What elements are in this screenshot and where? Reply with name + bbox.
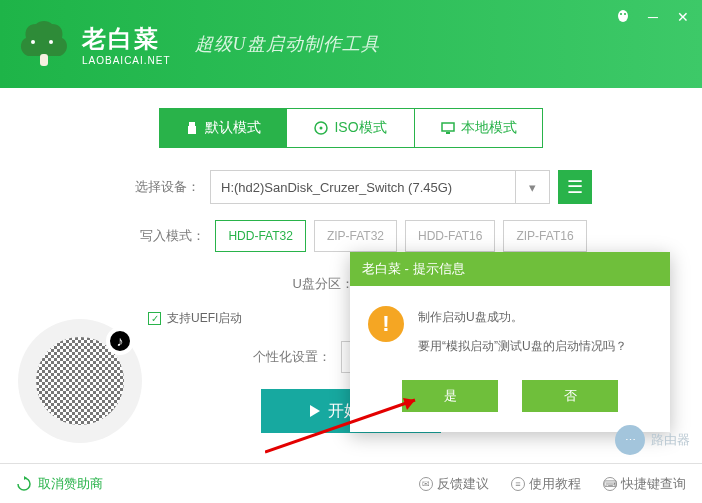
usb-icon	[185, 121, 199, 135]
footer-tutorial-link[interactable]: ≡ 使用教程	[511, 475, 581, 493]
confirm-dialog: 老白菜 - 提示信息 ! 制作启动U盘成功。 要用“模拟启动”测试U盘的启动情况…	[350, 252, 670, 432]
dialog-title: 老白菜 - 提示信息	[350, 252, 670, 286]
svg-point-9	[320, 127, 323, 130]
dialog-yes-button[interactable]: 是	[402, 380, 498, 412]
watermark: ⋯ 路由器	[615, 425, 690, 455]
dialog-no-button[interactable]: 否	[522, 380, 618, 412]
write-mode-label: 写入模式：	[115, 227, 205, 245]
device-value: H:(hd2)SanDisk_Cruzer_Switch (7.45G)	[211, 180, 515, 195]
svg-rect-11	[446, 132, 450, 134]
footer-link-label: 快捷键查询	[621, 475, 686, 493]
dialog-message-1: 制作启动U盘成功。	[418, 306, 627, 329]
svg-rect-10	[442, 123, 454, 131]
svg-rect-6	[189, 122, 195, 126]
slogan-text: 超级U盘启动制作工具	[195, 32, 380, 56]
douyin-icon: ♪	[106, 327, 134, 355]
svg-rect-7	[188, 126, 196, 134]
close-button[interactable]: ✕	[674, 8, 692, 26]
refresh-icon	[16, 476, 32, 492]
brand-name-en: LAOBAICAI.NET	[82, 55, 171, 66]
play-icon	[310, 405, 320, 417]
svg-point-5	[624, 13, 626, 15]
svg-point-4	[620, 13, 622, 15]
brand-logo-icon	[16, 16, 72, 72]
uefi-checkbox[interactable]: ✓	[148, 312, 161, 325]
keyboard-icon: ⌨	[603, 477, 617, 491]
monitor-icon	[441, 121, 455, 135]
warning-icon: !	[368, 306, 404, 342]
minimize-button[interactable]: ─	[644, 8, 662, 26]
tab-iso-mode[interactable]: ISO模式	[287, 108, 415, 148]
tab-label: ISO模式	[334, 119, 386, 137]
write-option-zip-fat16[interactable]: ZIP-FAT16	[503, 220, 586, 252]
personal-label: 个性化设置：	[241, 348, 331, 366]
partition-label: U盘分区：	[264, 275, 354, 293]
write-option-hdd-fat16[interactable]: HDD-FAT16	[405, 220, 495, 252]
tab-label: 默认模式	[205, 119, 261, 137]
chat-icon: ✉	[419, 477, 433, 491]
qr-code-area: ♪	[18, 319, 142, 443]
uefi-checkbox-label: 支持UEFI启动	[167, 310, 242, 327]
footer-sponsor-label: 取消赞助商	[38, 475, 103, 493]
chevron-down-icon[interactable]: ▾	[515, 171, 549, 203]
svg-rect-0	[40, 54, 48, 66]
disc-icon	[314, 121, 328, 135]
tab-local-mode[interactable]: 本地模式	[415, 108, 543, 148]
device-label: 选择设备：	[110, 178, 200, 196]
app-header: 老白菜 LAOBAICAI.NET 超级U盘启动制作工具 ─ ✕	[0, 0, 702, 88]
footer-link-label: 使用教程	[529, 475, 581, 493]
hamburger-icon: ☰	[567, 176, 583, 198]
footer-bar: 取消赞助商 ✉ 反馈建议 ≡ 使用教程 ⌨ 快捷键查询	[0, 463, 702, 503]
svg-point-2	[49, 40, 53, 44]
qq-icon[interactable]	[614, 8, 632, 26]
tab-label: 本地模式	[461, 119, 517, 137]
mode-tabs: 默认模式 ISO模式 本地模式	[40, 108, 662, 148]
footer-feedback-link[interactable]: ✉ 反馈建议	[419, 475, 489, 493]
footer-link-label: 反馈建议	[437, 475, 489, 493]
footer-shortcut-link[interactable]: ⌨ 快捷键查询	[603, 475, 686, 493]
svg-point-1	[31, 40, 35, 44]
cancel-sponsor-link[interactable]: 取消赞助商	[16, 475, 103, 493]
device-select[interactable]: H:(hd2)SanDisk_Cruzer_Switch (7.45G) ▾	[210, 170, 550, 204]
book-icon: ≡	[511, 477, 525, 491]
brand-name-cn: 老白菜	[82, 23, 171, 55]
write-option-zip-fat32[interactable]: ZIP-FAT32	[314, 220, 397, 252]
logo-area: 老白菜 LAOBAICAI.NET 超级U盘启动制作工具	[16, 16, 380, 72]
watermark-text: 路由器	[651, 431, 690, 449]
svg-point-3	[618, 10, 628, 22]
tab-default-mode[interactable]: 默认模式	[159, 108, 287, 148]
write-option-hdd-fat32[interactable]: HDD-FAT32	[215, 220, 305, 252]
dialog-message-2: 要用“模拟启动”测试U盘的启动情况吗？	[418, 335, 627, 358]
device-menu-button[interactable]: ☰	[558, 170, 592, 204]
watermark-icon: ⋯	[615, 425, 645, 455]
